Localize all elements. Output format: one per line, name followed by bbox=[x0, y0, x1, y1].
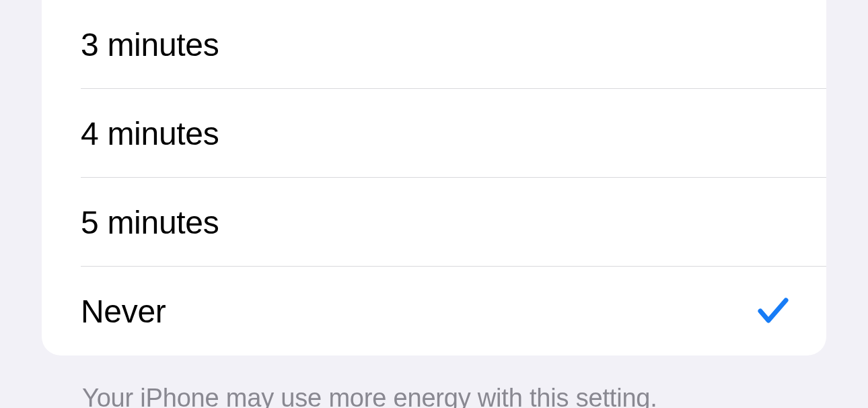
option-5-minutes[interactable]: 5 minutes bbox=[42, 178, 826, 267]
footer-caption: Your iPhone may use more energy with thi… bbox=[82, 384, 826, 408]
auto-lock-options-group: 3 minutes 4 minutes 5 minutes Never bbox=[42, 0, 826, 355]
option-label: 4 minutes bbox=[81, 115, 219, 152]
option-label: 5 minutes bbox=[81, 204, 219, 241]
option-3-minutes[interactable]: 3 minutes bbox=[42, 0, 826, 89]
option-label: 3 minutes bbox=[81, 26, 219, 63]
option-4-minutes[interactable]: 4 minutes bbox=[42, 89, 826, 178]
option-never[interactable]: Never bbox=[42, 267, 826, 355]
option-label: Never bbox=[81, 293, 166, 330]
checkmark-icon bbox=[758, 296, 789, 326]
